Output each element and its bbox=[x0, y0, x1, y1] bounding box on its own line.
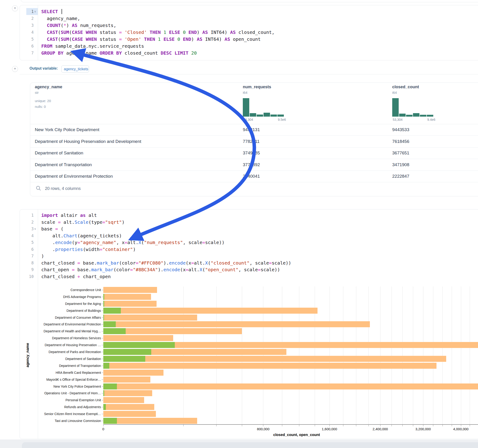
code-line[interactable]: CAST(SUM(CASE WHEN status = 'Closed' THE… bbox=[41, 29, 275, 36]
code-token: alt bbox=[86, 212, 97, 218]
code-token: ) bbox=[133, 247, 136, 252]
code-token: 20 bbox=[191, 50, 197, 56]
line-number: 3 bbox=[21, 22, 34, 29]
code-token: "container" bbox=[102, 247, 133, 252]
column-header-num-requests[interactable]: num_requests bbox=[243, 85, 271, 89]
code-line[interactable]: CAST(SUM(CASE WHEN status = 'Open' THEN … bbox=[41, 36, 261, 43]
code-token: DESC bbox=[161, 50, 172, 56]
code-token bbox=[122, 36, 125, 42]
code-line[interactable]: FROM sample_data.nyc.service_requests bbox=[41, 43, 144, 50]
code-token: X bbox=[205, 260, 208, 266]
code-token: ) bbox=[122, 219, 125, 225]
cell-agency-name: New York City Police Department bbox=[35, 124, 99, 136]
code-token: base. bbox=[80, 260, 97, 266]
code-line[interactable]: COUNT(*) AS num_requests, bbox=[41, 22, 116, 29]
column-stat-unique: unique: 20 bbox=[35, 99, 51, 103]
add-cell-button-output[interactable]: + bbox=[12, 66, 18, 72]
column-header-closed-count[interactable]: closed_count bbox=[392, 85, 419, 89]
code-line[interactable]: SELECT bbox=[41, 8, 62, 15]
column-header-agency-name[interactable]: agency_name bbox=[35, 85, 62, 89]
code-token: WHEN bbox=[86, 30, 97, 35]
code-line[interactable]: chart_closed = base.mark_bar(color="#FFC… bbox=[41, 260, 291, 266]
code-token bbox=[175, 36, 177, 42]
table-row-count: 20 rows, 4 columns bbox=[45, 186, 81, 191]
code-line[interactable]: .properties(width="container") bbox=[41, 246, 136, 253]
notebook-page: + + 1∨SELECT 2 agency_name,3 COUNT(*) AS… bbox=[0, 0, 478, 448]
code-token: chart_open bbox=[41, 267, 72, 272]
fold-chevron-icon[interactable]: ∨ bbox=[34, 8, 36, 15]
gutter-separator bbox=[38, 5, 38, 60]
code-line[interactable]: chart_closed + chart_open bbox=[41, 273, 111, 280]
code-token: base. bbox=[75, 267, 91, 272]
code-token: ( bbox=[58, 226, 63, 232]
code-token: FROM bbox=[41, 43, 52, 49]
sql-cell[interactable]: 1∨SELECT 2 agency_name,3 COUNT(*) AS num… bbox=[20, 5, 478, 60]
code-line[interactable]: .encode(y="agency_name", x=alt.X("num_re… bbox=[41, 239, 225, 246]
histogram-bar bbox=[399, 114, 406, 117]
column-type-agency-name: str bbox=[35, 91, 39, 94]
code-line[interactable]: chart_open = base.mark_bar(color="#8BC34… bbox=[41, 266, 280, 273]
code-line[interactable]: agency_name, bbox=[41, 15, 80, 22]
cell-agency-name: Department of Transportation bbox=[35, 159, 92, 171]
cell-closed-count: 2222847 bbox=[392, 171, 409, 182]
column-type-closed-count: i64 bbox=[392, 91, 397, 94]
line-number: 2 bbox=[21, 219, 34, 226]
cell-agency-name: Department of Sanitation bbox=[35, 147, 83, 159]
search-icon[interactable] bbox=[36, 186, 41, 191]
code-token bbox=[155, 36, 158, 42]
code-token: SELECT bbox=[41, 9, 58, 14]
code-line[interactable]: ) bbox=[41, 253, 44, 260]
table-row: Department of Sanitation37494853677651 bbox=[30, 147, 478, 159]
cell-num-requests: 9453131 bbox=[243, 124, 260, 136]
code-token bbox=[83, 30, 86, 35]
add-cell-button-top[interactable]: + bbox=[12, 5, 18, 11]
histogram-closed-count bbox=[392, 98, 433, 117]
line-number-row: 5 bbox=[20, 239, 38, 246]
code-line[interactable]: alt.Chart(agency_tickets) bbox=[41, 232, 122, 239]
code-line[interactable]: import altair as alt bbox=[41, 212, 97, 219]
line-number: 2 bbox=[21, 15, 34, 22]
code-token: chart_closed bbox=[41, 274, 77, 279]
line-number-row: 1 bbox=[20, 212, 38, 219]
code-token: ) bbox=[191, 36, 197, 42]
python-cell[interactable]: 1import altair as alt2scale = alt.Scale(… bbox=[20, 209, 478, 439]
code-token: SUM bbox=[61, 30, 69, 35]
section-divider bbox=[20, 74, 478, 75]
code-token: closed_count bbox=[122, 50, 161, 56]
line-number-row: 7 bbox=[20, 253, 38, 260]
line-number: 1 bbox=[21, 8, 34, 15]
histogram-min-label: 53,304 bbox=[243, 118, 253, 121]
code-token: = bbox=[202, 240, 205, 245]
line-number-row: 3 bbox=[20, 22, 38, 29]
code-token: = bbox=[258, 267, 261, 272]
code-token: "agency_name" bbox=[80, 240, 116, 245]
code-token: import bbox=[41, 212, 58, 218]
code-token: ( bbox=[69, 30, 72, 35]
histogram-bar bbox=[413, 113, 419, 117]
code-token: WHEN bbox=[86, 36, 97, 42]
code-token: mark_bar bbox=[97, 260, 119, 266]
code-token: ( bbox=[141, 240, 144, 245]
code-token: = bbox=[100, 247, 102, 252]
code-token bbox=[41, 23, 47, 28]
code-token: properties bbox=[55, 247, 83, 252]
line-number-row: 2 bbox=[20, 15, 38, 22]
code-token: 1 bbox=[158, 36, 161, 42]
code-token bbox=[58, 9, 61, 14]
code-line[interactable]: scale = alt.Scale(type="sqrt") bbox=[41, 219, 125, 226]
line-number: 6 bbox=[21, 43, 34, 50]
code-line[interactable]: GROUP BY agency_name ORDER BY closed_cou… bbox=[41, 50, 197, 56]
code-token: X bbox=[138, 240, 141, 245]
code-token bbox=[83, 36, 86, 42]
output-variable-pill[interactable]: agency_tickets bbox=[61, 65, 89, 73]
code-line[interactable]: base = ( bbox=[41, 225, 63, 232]
code-token: 0 bbox=[177, 36, 180, 42]
fold-chevron-icon[interactable]: ∨ bbox=[34, 225, 36, 232]
code-token: INT64) bbox=[208, 30, 230, 35]
code-token: CASE bbox=[72, 36, 83, 42]
code-token: AS bbox=[72, 23, 77, 28]
code-token: base bbox=[41, 226, 55, 232]
code-token: 'Closed' bbox=[125, 30, 147, 35]
line-number: 9 bbox=[21, 266, 34, 273]
code-token: agency_name, bbox=[41, 16, 80, 21]
